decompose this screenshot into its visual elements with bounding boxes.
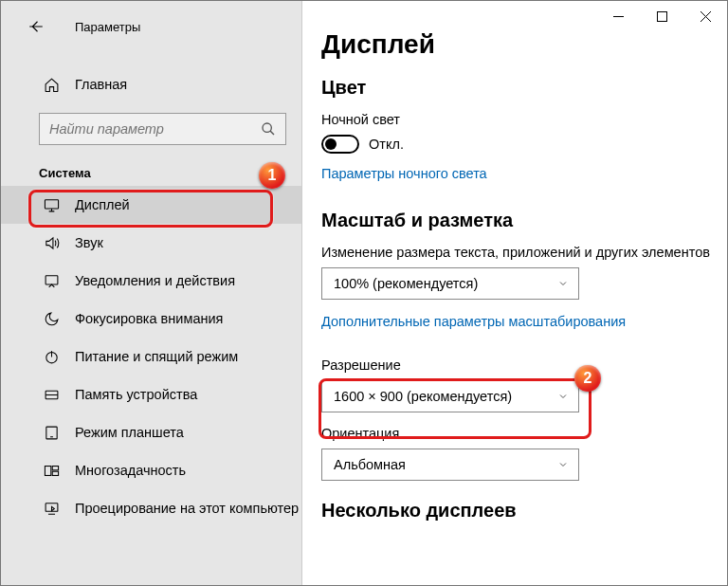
sound-icon <box>43 234 60 251</box>
svg-rect-8 <box>52 471 58 475</box>
night-light-settings-link[interactable]: Параметры ночного света <box>321 166 487 181</box>
chevron-down-icon <box>557 459 569 470</box>
notifications-icon <box>43 272 60 289</box>
back-button[interactable] <box>20 10 52 43</box>
orientation-caption: Ориентация <box>321 426 727 441</box>
sidebar-home-label: Главная <box>75 77 127 92</box>
sidebar-item-label: Режим планшета <box>75 425 184 440</box>
night-light-state: Откл. <box>369 137 404 152</box>
svg-rect-2 <box>46 275 58 284</box>
chevron-down-icon <box>557 278 569 289</box>
minimize-icon <box>613 11 624 22</box>
sidebar-item-storage[interactable]: Память устройства <box>1 375 301 413</box>
night-light-label: Ночной свет <box>321 112 727 127</box>
settings-window: Параметры Главная Система Дисплей Звук <box>0 0 728 586</box>
project-icon <box>43 500 60 517</box>
sidebar-item-label: Память устройства <box>75 387 197 402</box>
night-light-group: Ночной свет Откл. Параметры ночного свет… <box>321 112 727 202</box>
monitor-icon <box>43 196 60 213</box>
section-scale-heading: Масштаб и разметка <box>321 210 727 231</box>
search-box[interactable] <box>39 113 286 145</box>
scale-dropdown-value: 100% (рекомендуется) <box>334 276 478 291</box>
sidebar-section-title: Система <box>39 166 301 180</box>
svg-rect-6 <box>45 466 50 475</box>
scale-dropdown[interactable]: 100% (рекомендуется) <box>321 267 579 300</box>
svg-rect-10 <box>657 11 666 21</box>
svg-rect-1 <box>45 199 58 208</box>
orientation-dropdown[interactable]: Альбомная <box>321 449 579 481</box>
chevron-down-icon <box>557 391 569 402</box>
multitask-icon <box>43 462 60 479</box>
sidebar-item-label: Фокусировка внимания <box>75 311 223 326</box>
close-button[interactable] <box>683 1 727 31</box>
svg-point-0 <box>263 123 271 132</box>
close-icon <box>701 11 711 22</box>
sidebar-item-label: Уведомления и действия <box>75 273 235 288</box>
window-controls <box>596 1 727 31</box>
resolution-dropdown-value: 1600 × 900 (рекомендуется) <box>334 389 512 404</box>
section-color-heading: Цвет <box>321 77 727 99</box>
scale-caption: Изменение размера текста, приложений и д… <box>321 245 727 260</box>
resolution-group: Разрешение 1600 × 900 (рекомендуется) <box>321 357 727 412</box>
search-input[interactable] <box>49 121 261 137</box>
sidebar-item-label: Дисплей <box>75 197 130 212</box>
home-icon <box>43 77 60 93</box>
sidebar-item-projecting[interactable]: Проецирование на этот компьютер <box>1 489 301 527</box>
sidebar: Параметры Главная Система Дисплей Звук <box>1 1 302 585</box>
resolution-dropdown[interactable]: 1600 × 900 (рекомендуется) <box>321 380 579 412</box>
search-icon <box>261 121 276 137</box>
night-light-toggle-row: Откл. <box>321 135 727 154</box>
storage-icon <box>43 386 60 403</box>
minimize-button[interactable] <box>596 1 640 31</box>
arrow-left-icon <box>27 18 45 35</box>
orientation-group: Ориентация Альбомная <box>321 426 727 481</box>
orientation-dropdown-value: Альбомная <box>334 457 406 472</box>
sidebar-item-multitasking[interactable]: Многозадачность <box>1 451 301 489</box>
night-light-toggle[interactable] <box>321 135 359 154</box>
sidebar-item-power[interactable]: Питание и спящий режим <box>1 338 301 375</box>
svg-rect-7 <box>52 466 58 469</box>
sidebar-item-label: Проецирование на этот компьютер <box>75 501 299 516</box>
sidebar-item-label: Звук <box>75 235 103 250</box>
sidebar-nav: Дисплей Звук Уведомления и действия Фоку… <box>1 186 301 527</box>
sidebar-item-focus[interactable]: Фокусировка внимания <box>1 300 301 338</box>
sidebar-header: Параметры <box>1 5 301 48</box>
sidebar-item-label: Питание и спящий режим <box>75 349 238 364</box>
app-title: Параметры <box>75 20 140 34</box>
sidebar-item-notifications[interactable]: Уведомления и действия <box>1 262 301 300</box>
page-title: Дисплей <box>321 29 727 60</box>
content-pane: Дисплей Цвет Ночной свет Откл. Параметры… <box>302 1 727 585</box>
maximize-button[interactable] <box>640 1 683 31</box>
advanced-scaling-link[interactable]: Дополнительные параметры масштабирования <box>321 314 626 329</box>
sidebar-item-sound[interactable]: Звук <box>1 224 301 262</box>
resolution-caption: Разрешение <box>321 357 727 373</box>
moon-icon <box>43 310 60 327</box>
section-multi-heading: Несколько дисплеев <box>321 500 727 522</box>
sidebar-home[interactable]: Главная <box>1 65 301 103</box>
power-icon <box>43 348 60 365</box>
sidebar-item-label: Многозадачность <box>75 463 186 478</box>
tablet-icon <box>43 424 60 441</box>
scale-group: Изменение размера текста, приложений и д… <box>321 245 727 350</box>
sidebar-item-tablet[interactable]: Режим планшета <box>1 413 301 451</box>
maximize-icon <box>657 11 667 22</box>
sidebar-item-display[interactable]: Дисплей <box>1 186 301 224</box>
